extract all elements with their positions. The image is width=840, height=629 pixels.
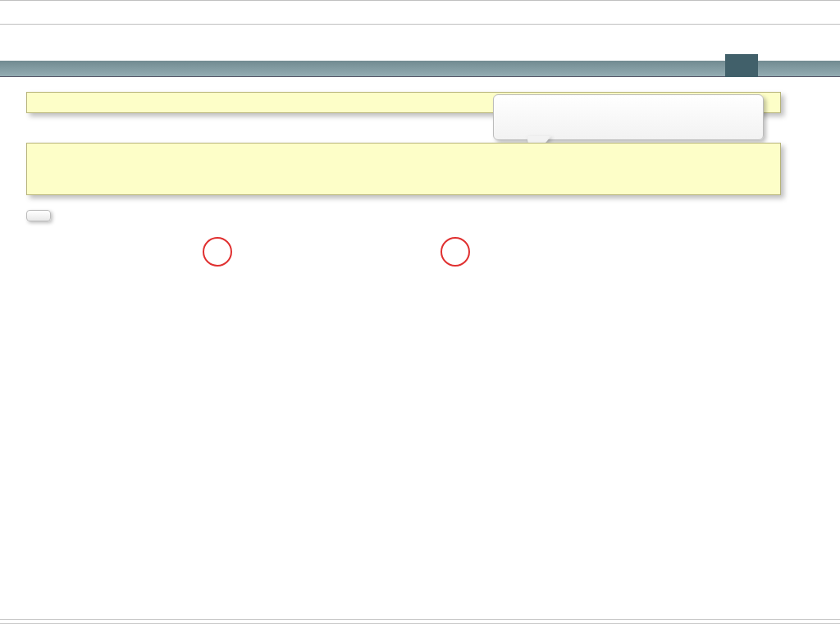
- slide-header: [0, 0, 840, 25]
- cut-marker-right: [441, 237, 470, 267]
- cuts-label-box: [26, 210, 51, 221]
- slide-footer: [0, 619, 840, 624]
- cut-marker-left: [203, 237, 232, 267]
- code-block-slice: [26, 143, 781, 195]
- index-diagram: [26, 210, 814, 221]
- code-block-concat: [26, 92, 781, 113]
- speech-bubble-result: [493, 94, 764, 140]
- title-bar: [0, 30, 840, 77]
